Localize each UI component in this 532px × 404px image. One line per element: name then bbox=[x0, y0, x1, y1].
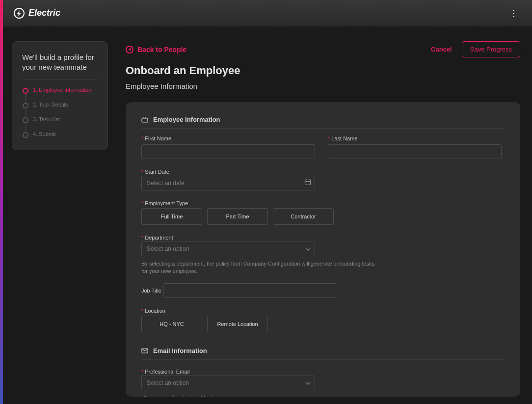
last-name-input[interactable] bbox=[328, 144, 502, 159]
back-arrow-icon: ◄ bbox=[126, 46, 133, 54]
first-name-field: *First Name bbox=[141, 135, 315, 159]
form-card: Employee Information *First Name *Last N… bbox=[126, 102, 520, 397]
page-title: Onboard an Employee bbox=[126, 64, 520, 77]
first-name-input[interactable] bbox=[141, 144, 315, 159]
step-1[interactable]: 1. Employee Information bbox=[22, 87, 98, 93]
job-title-input[interactable] bbox=[163, 283, 337, 298]
step-2[interactable]: 2. Task Details bbox=[22, 102, 98, 108]
bolt-icon bbox=[14, 8, 25, 19]
sidebar: We'll build a profile for your new teamm… bbox=[12, 41, 108, 404]
professional-email-select[interactable]: Select an option bbox=[141, 376, 315, 390]
briefcase-icon bbox=[141, 116, 148, 123]
svg-rect-0 bbox=[142, 118, 148, 122]
back-to-people-link[interactable]: ◄ Back to People bbox=[126, 46, 186, 54]
employment-type-parttime[interactable]: Part Time bbox=[207, 208, 268, 225]
location-hq[interactable]: HQ - NYC bbox=[141, 316, 202, 332]
step-progress-card: We'll build a profile for your new teamm… bbox=[12, 41, 108, 150]
brand-name: Electric bbox=[28, 8, 60, 18]
save-progress-button[interactable]: Save Progress bbox=[462, 41, 520, 57]
brand-logo[interactable]: Electric bbox=[14, 8, 60, 19]
employment-type-contractor[interactable]: Contractor bbox=[273, 208, 334, 225]
main-content: ◄ Back to People Cancel Save Progress On… bbox=[126, 41, 520, 404]
page-subtitle: Employee Information bbox=[126, 82, 520, 90]
kebab-menu-icon[interactable]: ⋮ bbox=[507, 6, 520, 21]
step-card-title: We'll build a profile for your new teamm… bbox=[22, 53, 98, 80]
cancel-button[interactable]: Cancel bbox=[431, 46, 452, 53]
step-3[interactable]: 3. Task List bbox=[22, 116, 98, 122]
app-header: Electric ⋮ bbox=[0, 0, 532, 27]
employee-info-section-header: Employee Information bbox=[141, 116, 505, 129]
mail-icon bbox=[141, 347, 148, 354]
location-remote[interactable]: Remote Location bbox=[207, 316, 268, 332]
step-4[interactable]: 4. Submit bbox=[22, 131, 98, 137]
email-info-section-header: Email Information bbox=[141, 347, 505, 360]
department-helper: By selecting a department, the policy fr… bbox=[141, 260, 377, 275]
start-date-input[interactable] bbox=[141, 176, 315, 190]
gradient-edge bbox=[0, 0, 3, 404]
professional-email-helper: Please provide a first and last name bbox=[141, 394, 377, 397]
employment-type-fulltime[interactable]: Full Time bbox=[141, 208, 202, 225]
department-select[interactable]: Select an option bbox=[141, 242, 315, 256]
last-name-field: *Last Name bbox=[328, 135, 502, 159]
